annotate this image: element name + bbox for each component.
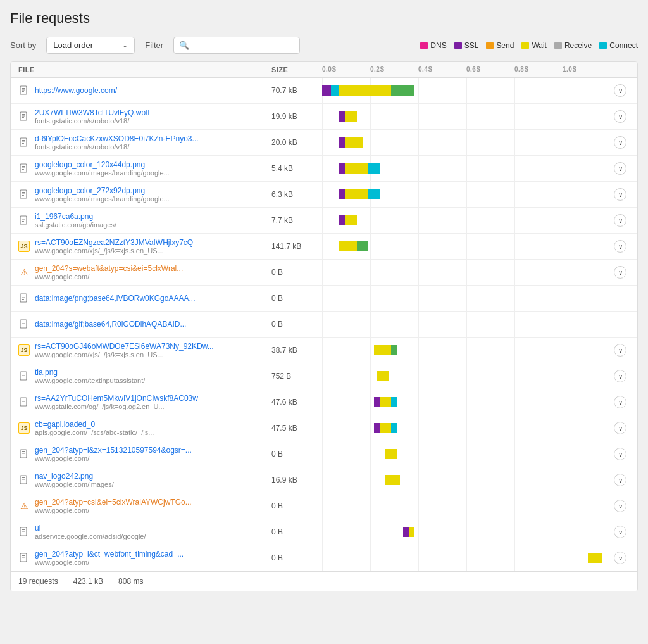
file-link[interactable]: data:image/png;base64,iVBORw0KGgoAAAA... xyxy=(35,294,195,303)
timeline-tick: 0.4s xyxy=(418,66,466,73)
expand-button[interactable]: ∨ xyxy=(614,266,626,279)
file-link[interactable]: rs=ACT90oEZNgzea2NZztY3JMVaIWHjlxy7cQ xyxy=(35,238,193,247)
table-row: JSrs=ACT90oEZNgzea2NZztY3JMVaIWHjlxy7cQw… xyxy=(11,234,637,260)
doc-icon xyxy=(18,163,30,174)
timeline-bar-wrap xyxy=(322,137,611,148)
bar-segment xyxy=(339,189,345,199)
file-link[interactable]: gen_204?atyp=csi&ei=5clxWralAYWCjwTGo... xyxy=(35,498,192,507)
file-link[interactable]: gen_204?atyp=i&zx=1513210597594&ogsr=... xyxy=(35,446,192,455)
file-link[interactable]: rs=ACT90oGJ46oMWDOe7ESl6eWA73Ny_92KDw... xyxy=(35,342,214,351)
file-cell: 2UX7WLTfW3W8TcITUvlFyQ.wofffonts.gstatic… xyxy=(18,104,271,129)
col-expand xyxy=(611,66,630,73)
file-info: nav_logo242.pngwww.google.com/images/ xyxy=(35,472,114,488)
svg-rect-13 xyxy=(22,166,25,167)
svg-rect-23 xyxy=(22,221,24,222)
expand-button[interactable]: ∨ xyxy=(614,370,626,382)
expand-button[interactable]: ∨ xyxy=(614,240,626,253)
file-link[interactable]: rs=AA2YrTuCOHem5MkwIV1jOnCIwskf8AC03w xyxy=(35,394,198,403)
doc-icon xyxy=(18,189,30,200)
file-info: gen_204?s=webaft&atyp=csi&ei=5clxWral...… xyxy=(35,264,183,281)
file-link[interactable]: i1_1967ca6a.png xyxy=(35,212,116,221)
bar-segment xyxy=(391,345,397,355)
grid-line xyxy=(322,260,370,285)
svg-rect-47 xyxy=(22,481,24,481)
size-cell: 47.6 kB xyxy=(271,398,322,407)
grid-line xyxy=(418,286,466,311)
file-link[interactable]: gen_204?s=webaft&atyp=csi&ei=5clxWral... xyxy=(35,264,183,273)
expand-button[interactable]: ∨ xyxy=(614,448,626,460)
bar-segment xyxy=(339,215,345,225)
footer-time: 808 ms xyxy=(118,577,143,586)
file-link[interactable]: nav_logo242.png xyxy=(35,472,114,481)
timeline-bar-wrap xyxy=(322,423,611,433)
file-link[interactable]: https://www.google.com/ xyxy=(35,86,117,95)
svg-rect-11 xyxy=(22,143,24,144)
grid-line xyxy=(466,260,514,285)
file-sub: www.google.com/images/branding/google... xyxy=(35,169,170,177)
doc-icon xyxy=(18,111,30,122)
bar-segment xyxy=(368,189,380,199)
filter-input[interactable] xyxy=(193,41,294,50)
expand-button[interactable]: ∨ xyxy=(614,474,626,486)
file-link[interactable]: cb=gapi.loaded_0 xyxy=(35,420,154,429)
svg-rect-19 xyxy=(22,195,24,196)
file-link[interactable]: tia.png xyxy=(35,368,145,377)
bar-segment xyxy=(391,423,397,433)
file-sub: adservice.google.com/adsid/google/ xyxy=(35,533,146,540)
bar-segment xyxy=(391,85,414,96)
file-link[interactable]: data:image/gif;base64,R0lGODlhAQABAID... xyxy=(35,320,186,329)
file-info: i1_1967ca6a.pngssl.gstatic.com/gb/images… xyxy=(35,212,116,229)
expand-button[interactable]: ∨ xyxy=(614,344,626,357)
timeline-tick: 0.2s xyxy=(370,66,418,73)
timeline-bar-wrap xyxy=(322,553,611,563)
js-icon: JS xyxy=(18,241,30,252)
timeline-cell xyxy=(322,415,611,441)
expand-button[interactable]: ∨ xyxy=(614,110,626,123)
col-timeline: 0.0s0.2s0.4s0.6s0.8s1.0s xyxy=(322,66,611,73)
timeline-bar-wrap xyxy=(322,215,611,225)
table-row: gen_204?atyp=i&zx=1513210597594&ogsr=...… xyxy=(11,441,637,467)
file-link[interactable]: ui xyxy=(35,524,146,533)
file-cell: nav_logo242.pngwww.google.com/images/ xyxy=(18,468,271,492)
size-cell: 0 B xyxy=(271,527,322,536)
file-link[interactable]: googlelogo_color_120x44dp.png xyxy=(35,160,170,169)
file-link[interactable]: googlelogo_color_272x92dp.png xyxy=(35,186,170,195)
file-cell: tia.pngwww.google.com/textinputassistant… xyxy=(18,364,271,388)
bar-segment xyxy=(380,397,391,407)
expand-button[interactable]: ∨ xyxy=(614,526,626,538)
file-cell: uiadservice.google.com/adsid/google/ xyxy=(18,520,271,544)
file-cell: data:image/gif;base64,R0lGODlhAQABAID... xyxy=(18,315,271,334)
expand-button[interactable]: ∨ xyxy=(614,396,626,408)
file-link[interactable]: gen_204?atyp=i&ct=webfont_timing&cad=... xyxy=(35,550,184,559)
svg-rect-55 xyxy=(22,559,24,559)
file-link[interactable]: d-6lYplOFocCacKzxwXSOD8E0i7KZn-EPnyo3... xyxy=(35,134,199,143)
file-sub: www.google.com/ xyxy=(35,559,184,566)
svg-rect-25 xyxy=(22,296,25,296)
expand-button[interactable]: ∨ xyxy=(614,422,626,434)
expand-button[interactable]: ∨ xyxy=(614,162,626,175)
expand-button[interactable]: ∨ xyxy=(614,552,626,564)
timeline-tick: 0.8s xyxy=(514,66,563,73)
timeline-bar-wrap xyxy=(322,475,611,485)
sort-select[interactable]: Load order ⌄ xyxy=(46,37,135,54)
timeline-cell xyxy=(322,467,611,493)
file-link[interactable]: 2UX7WLTfW3W8TcITUvlFyQ.woff xyxy=(35,108,150,117)
expand-button[interactable]: ∨ xyxy=(614,84,626,97)
timeline-tick: 1.0s xyxy=(563,66,611,73)
expand-button[interactable]: ∨ xyxy=(614,500,626,512)
svg-rect-26 xyxy=(22,298,25,298)
grid-line xyxy=(563,286,611,311)
grid-line xyxy=(322,493,370,519)
table-row: gen_204?atyp=i&ct=webfont_timing&cad=...… xyxy=(11,545,637,571)
table-row: d-6lYplOFocCacKzxwXSOD8E0i7KZn-EPnyo3...… xyxy=(11,130,637,156)
svg-rect-6 xyxy=(22,116,25,117)
expand-button[interactable]: ∨ xyxy=(614,188,626,201)
bar-segment xyxy=(374,397,380,407)
file-cell: googlelogo_color_120x44dp.pngwww.google.… xyxy=(18,156,271,180)
svg-rect-33 xyxy=(22,374,25,374)
table-row: googlelogo_color_120x44dp.pngwww.google.… xyxy=(11,156,637,182)
expand-button[interactable]: ∨ xyxy=(614,136,626,149)
legend-label-receive: Receive xyxy=(564,41,592,50)
expand-button[interactable]: ∨ xyxy=(614,214,626,227)
legend-item-send: Send xyxy=(486,41,514,50)
